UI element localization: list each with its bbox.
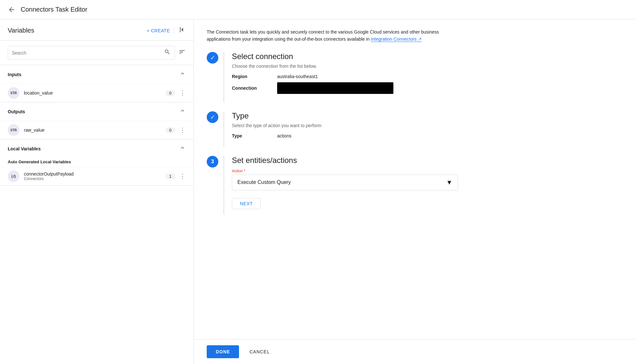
integration-connectors-link[interactable]: Integration Connectors ↗ xyxy=(371,36,422,42)
step3-content: Set entities/actions Action * Execute Cu… xyxy=(224,156,622,214)
search-input[interactable] xyxy=(12,50,164,56)
action-select-dropdown[interactable]: Execute Custom Query ▼ xyxy=(232,175,458,190)
type-value: actions xyxy=(277,133,291,138)
inputs-title: Inputs xyxy=(8,72,21,77)
variable-badge: {J} xyxy=(8,170,19,182)
search-input-wrap[interactable] xyxy=(8,46,175,60)
local-variables-section-header[interactable]: Local Variables xyxy=(0,139,193,158)
search-icon xyxy=(164,49,171,57)
region-field-row: Region australia-southeast1 xyxy=(232,74,622,79)
right-content: The Connectors task lets you quickly and… xyxy=(194,19,635,339)
list-item: STR location_value 0 ⋮ xyxy=(0,84,193,102)
list-item: STR raw_value 0 ⋮ xyxy=(0,121,193,139)
variable-name: location_value xyxy=(24,90,165,96)
header: Connectors Task Editor xyxy=(0,0,635,19)
variable-more-icon[interactable]: ⋮ xyxy=(179,172,186,180)
variable-count: 0 xyxy=(165,90,175,96)
outputs-chevron-icon xyxy=(179,107,186,116)
main-layout: Variables + CREATE xyxy=(0,19,635,364)
create-button[interactable]: + CREATE xyxy=(147,28,170,33)
local-variables-title: Local Variables xyxy=(8,146,41,151)
step-set-entities: 3 Set entities/actions Action * Execute … xyxy=(207,156,622,214)
connection-label: Connection xyxy=(232,86,277,91)
variable-name: connectorOutputPayload xyxy=(24,171,165,177)
variable-more-icon[interactable]: ⋮ xyxy=(179,126,186,134)
step3-title: Set entities/actions xyxy=(232,156,622,165)
type-label: Type xyxy=(232,133,277,138)
outputs-title: Outputs xyxy=(8,109,25,114)
inputs-section-header[interactable]: Inputs xyxy=(0,65,193,84)
collapse-icon[interactable] xyxy=(178,26,186,35)
action-select-value: Execute Custom Query xyxy=(237,179,291,185)
local-variables-section: Local Variables Auto Generated Local Var… xyxy=(0,139,193,186)
inputs-section: Inputs STR location_value 0 ⋮ xyxy=(0,65,193,102)
divider xyxy=(174,27,174,34)
done-button[interactable]: DONE xyxy=(207,345,239,358)
list-item: {J} connectorOutputPayload Connectors 1 … xyxy=(0,167,193,185)
step1-desc: Choose the connection from the list belo… xyxy=(232,64,622,69)
filter-icon[interactable] xyxy=(179,48,186,57)
type-field-row: Type actions xyxy=(232,133,622,138)
variable-count: 1 xyxy=(165,173,175,179)
variable-more-icon[interactable]: ⋮ xyxy=(179,89,186,97)
variable-badge: STR xyxy=(8,124,19,136)
step2-title: Type xyxy=(232,111,622,120)
description-text: The Connectors task lets you quickly and… xyxy=(207,28,459,43)
variable-name: raw_value xyxy=(24,127,165,133)
cancel-button[interactable]: CANCEL xyxy=(244,345,275,358)
region-label: Region xyxy=(232,74,277,79)
step2-content: Type Select the type of action you want … xyxy=(224,111,622,147)
action-required-label: Action * xyxy=(232,169,622,173)
back-button[interactable] xyxy=(8,6,16,14)
left-panel: Variables + CREATE xyxy=(0,19,194,364)
auto-generated-label: Auto Generated Local Variables xyxy=(8,159,71,164)
dropdown-arrow-icon: ▼ xyxy=(446,179,453,186)
search-container xyxy=(0,41,193,65)
outputs-section: Outputs STR raw_value 0 ⋮ xyxy=(0,102,193,139)
bottom-actions: DONE CANCEL xyxy=(194,339,635,364)
step1-icon: ✓ xyxy=(207,52,218,64)
left-panel-header: Variables + CREATE xyxy=(0,19,193,41)
variable-badge: STR xyxy=(8,87,19,99)
variable-count: 0 xyxy=(165,127,175,133)
local-variables-chevron-icon xyxy=(179,145,186,153)
step1-title: Select connection xyxy=(232,52,622,61)
region-value: australia-southeast1 xyxy=(277,74,318,79)
step3-icon: 3 xyxy=(207,156,218,167)
step-type: ✓ Type Select the type of action you wan… xyxy=(207,111,622,147)
next-button[interactable]: NEXT xyxy=(232,198,261,209)
variable-sub: Connectors xyxy=(24,177,165,181)
connection-value-redacted xyxy=(277,82,393,94)
step-select-connection: ✓ Select connection Choose the connectio… xyxy=(207,52,622,102)
inputs-chevron-icon xyxy=(179,70,186,78)
left-panel-actions: + CREATE xyxy=(147,26,186,35)
page-title: Connectors Task Editor xyxy=(21,6,87,13)
connection-field-row: Connection xyxy=(232,82,622,94)
step1-content: Select connection Choose the connection … xyxy=(224,52,622,102)
variables-title: Variables xyxy=(8,27,34,34)
step2-icon: ✓ xyxy=(207,111,218,123)
outputs-section-header[interactable]: Outputs xyxy=(0,102,193,121)
right-panel: The Connectors task lets you quickly and… xyxy=(194,19,635,364)
step2-desc: Select the type of action you want to pe… xyxy=(232,123,622,128)
